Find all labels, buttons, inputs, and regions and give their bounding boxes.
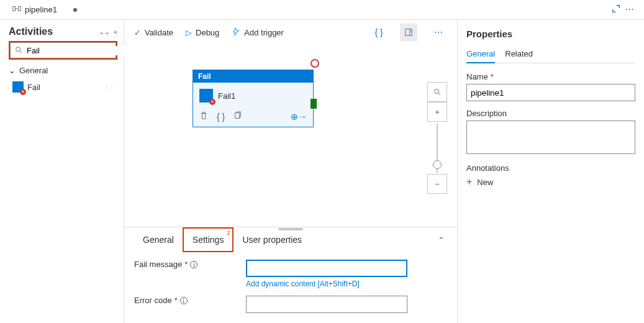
annotations-label: Annotations: [466, 163, 635, 173]
error-code-label: Error code * i: [134, 296, 246, 305]
fit-to-screen-button[interactable]: [427, 82, 447, 102]
error-indicator-icon: [311, 59, 319, 68]
svg-rect-5: [406, 29, 412, 36]
fail-activity-node[interactable]: Fail Fail1 { }: [193, 70, 314, 127]
add-annotation-button[interactable]: + New: [466, 176, 635, 188]
svg-rect-1: [19, 7, 21, 11]
activities-search[interactable]: [10, 42, 116, 58]
properties-title: Properties: [466, 29, 635, 39]
activity-fail[interactable]: Fail ⋮⋮: [9, 79, 117, 95]
code-view-button[interactable]: { }: [370, 24, 388, 41]
info-icon[interactable]: i: [180, 297, 188, 304]
error-code-input[interactable]: [246, 296, 407, 313]
activity-label: Fail: [27, 83, 40, 92]
collapse-panel-icon[interactable]: ⌃: [435, 235, 447, 245]
delete-icon[interactable]: [199, 111, 208, 122]
fail-activity-icon: [12, 81, 24, 93]
collapse-left-icon[interactable]: «: [114, 28, 117, 36]
zoom-slider[interactable]: [437, 123, 438, 173]
play-icon: ▷: [186, 28, 192, 37]
node-name: Fail1: [218, 91, 235, 101]
expand-icon[interactable]: [612, 4, 620, 15]
properties-panel: Properties General Related Name* Descrip…: [458, 20, 644, 323]
success-connector[interactable]: [311, 99, 317, 109]
node-header: Fail: [193, 70, 313, 83]
zoom-out-button[interactable]: −: [427, 174, 447, 194]
chevron-down-icon: ⌄: [9, 66, 16, 75]
svg-point-10: [435, 89, 439, 94]
tab-settings[interactable]: Settings 2: [183, 227, 234, 252]
canvas-toolbar: ✓ Validate ▷ Debug Add trigger { }: [124, 20, 457, 45]
props-tab-general[interactable]: General: [466, 45, 495, 63]
svg-point-3: [16, 47, 20, 51]
svg-rect-0: [13, 7, 16, 11]
settings-error-badge: 2: [227, 230, 230, 236]
info-icon[interactable]: i: [190, 261, 197, 268]
fail-message-label: Fail message * i: [134, 260, 246, 269]
unsaved-dot-icon: [73, 8, 77, 12]
trigger-icon: [232, 27, 240, 38]
zoom-controls: + −: [427, 82, 447, 194]
braces-icon[interactable]: { }: [217, 112, 225, 122]
search-highlight: [9, 41, 117, 60]
pipeline-tab[interactable]: pipeline1: [5, 0, 84, 19]
description-label: Description: [466, 109, 635, 118]
zoom-in-button[interactable]: +: [427, 102, 447, 122]
name-label: Name*: [466, 72, 635, 81]
drag-grip-icon[interactable]: ⋮⋮: [104, 84, 114, 91]
tab-general[interactable]: General: [134, 227, 183, 252]
search-icon: [14, 45, 23, 56]
activity-details-panel: General Settings 2 User properties ⌃ Fai…: [124, 227, 457, 323]
collapse-down-icon[interactable]: ⌄⌄: [99, 28, 110, 36]
tab-user-properties[interactable]: User properties: [234, 227, 311, 252]
fail-icon: [199, 89, 213, 102]
plus-icon: +: [466, 176, 472, 188]
add-output-icon[interactable]: ⊕→: [291, 112, 307, 122]
sidebar-title: Activities: [9, 26, 53, 37]
add-dynamic-content-link[interactable]: Add dynamic content [Alt+Shift+D]: [246, 280, 407, 288]
pipeline-description-input[interactable]: [466, 121, 635, 154]
copy-icon[interactable]: [234, 111, 242, 122]
properties-toggle-button[interactable]: [400, 24, 417, 41]
pipeline-tab-label: pipeline1: [25, 5, 57, 14]
validate-button[interactable]: ✓ Validate: [134, 28, 173, 37]
pipeline-icon: [12, 4, 21, 15]
pipeline-name-input[interactable]: [466, 84, 635, 101]
svg-line-11: [438, 93, 441, 96]
activities-sidebar: Activities ⌄⌄ « ⌄ General: [0, 20, 124, 323]
pipeline-canvas[interactable]: Fail Fail1 { }: [124, 45, 457, 227]
debug-button[interactable]: ▷ Debug: [186, 28, 219, 37]
props-tab-related[interactable]: Related: [505, 45, 533, 63]
check-icon: ✓: [134, 28, 141, 37]
category-general[interactable]: ⌄ General: [9, 63, 117, 78]
toolbar-more-button[interactable]: ⋯: [430, 24, 447, 41]
more-icon[interactable]: ⋯: [625, 4, 634, 15]
svg-line-4: [20, 50, 22, 53]
add-trigger-button[interactable]: Add trigger: [232, 27, 284, 38]
zoom-thumb[interactable]: [433, 160, 442, 169]
category-label: General: [19, 66, 48, 75]
fail-message-input[interactable]: [246, 260, 407, 277]
top-tab-bar: pipeline1 ⋯: [0, 0, 644, 20]
search-input[interactable]: [27, 46, 131, 55]
svg-rect-9: [235, 113, 240, 119]
